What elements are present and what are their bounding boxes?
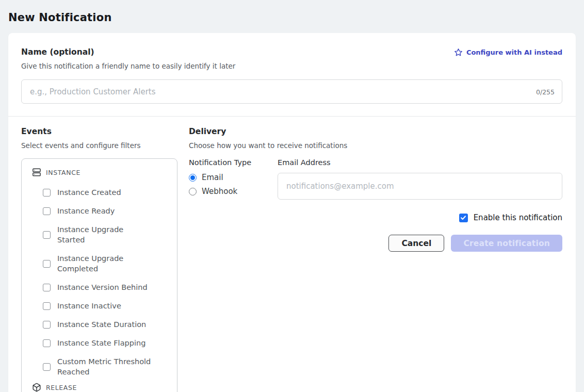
checkbox-icon[interactable] xyxy=(43,207,51,215)
radio-label: Email xyxy=(202,173,223,182)
event-group-header-instance: INSTANCE xyxy=(32,168,169,177)
new-notification-card: Name (optional) Configure with AI instea… xyxy=(8,33,576,392)
event-label: Instance Inactive xyxy=(57,301,121,311)
event-checkbox-row[interactable]: Instance Version Behind xyxy=(43,278,169,297)
email-input[interactable] xyxy=(278,173,562,199)
email-group: Email Address xyxy=(278,158,562,201)
name-input-wrap: 0/255 xyxy=(21,79,562,104)
star-icon xyxy=(454,48,463,57)
notification-type-option-webhook[interactable]: Webhook xyxy=(189,187,278,196)
name-section: Name (optional) Configure with AI instea… xyxy=(8,33,576,116)
email-input-wrap xyxy=(278,173,562,200)
event-label: Instance Upgrade Started xyxy=(57,224,153,245)
name-description: Give this notification a friendly name t… xyxy=(21,62,562,70)
radio-icon[interactable] xyxy=(189,174,197,182)
name-input[interactable] xyxy=(22,80,562,103)
notification-type-option-email[interactable]: Email xyxy=(189,173,278,182)
checkbox-icon[interactable] xyxy=(43,260,51,268)
event-label: Instance Created xyxy=(57,187,121,198)
char-counter: 0/255 xyxy=(536,88,555,95)
delivery-title: Delivery xyxy=(189,127,562,136)
enable-notification-toggle[interactable]: Enable this notification xyxy=(189,213,562,222)
event-group-header-release: RELEASE xyxy=(32,383,169,392)
page-title: New Notification xyxy=(0,0,584,33)
event-label: Instance Ready xyxy=(57,206,115,216)
event-label: Instance State Duration xyxy=(57,319,146,330)
notification-type-group: Notification Type EmailWebhook xyxy=(189,158,278,201)
event-label: Custom Metric Threshold Reached xyxy=(57,356,153,377)
email-address-label: Email Address xyxy=(278,158,562,167)
checkbox-icon[interactable] xyxy=(43,302,51,310)
enable-notification-label: Enable this notification xyxy=(474,213,562,222)
event-label: Instance Upgrade Completed xyxy=(57,253,153,274)
event-label: Instance Version Behind xyxy=(57,282,148,292)
event-checkbox-row[interactable]: Instance Upgrade Started xyxy=(43,220,169,249)
events-title: Events xyxy=(21,127,177,136)
radio-icon[interactable] xyxy=(189,188,197,195)
create-notification-button[interactable]: Create notification xyxy=(451,235,562,252)
package-icon xyxy=(32,383,41,392)
cancel-button[interactable]: Cancel xyxy=(388,235,444,252)
notification-type-label: Notification Type xyxy=(189,158,278,167)
server-icon xyxy=(32,168,41,177)
events-subtitle: Select events and configure filters xyxy=(21,141,177,150)
configure-with-ai-link[interactable]: Configure with AI instead xyxy=(454,48,562,57)
event-checkbox-row[interactable]: Instance State Flapping xyxy=(43,334,169,352)
radio-label: Webhook xyxy=(202,187,237,196)
event-checkbox-row[interactable]: Custom Metric Threshold Reached xyxy=(43,352,169,381)
checked-checkbox-icon[interactable] xyxy=(459,214,468,222)
checkbox-icon[interactable] xyxy=(43,321,51,329)
configure-with-ai-label: Configure with AI instead xyxy=(466,48,562,56)
checkbox-icon[interactable] xyxy=(43,231,51,239)
delivery-section: Delivery Choose how you want to receive … xyxy=(189,127,562,392)
event-group-label: RELEASE xyxy=(46,384,77,391)
event-group-label: INSTANCE xyxy=(46,169,80,176)
events-section: Events Select events and configure filte… xyxy=(21,127,177,392)
events-list: INSTANCEInstance CreatedInstance ReadyIn… xyxy=(21,158,177,392)
event-label: Instance State Flapping xyxy=(57,338,145,348)
event-checkbox-row[interactable]: Instance Created xyxy=(43,183,169,202)
name-label: Name (optional) xyxy=(21,47,94,57)
checkbox-icon[interactable] xyxy=(43,284,51,291)
event-checkbox-row[interactable]: Instance State Duration xyxy=(43,315,169,334)
delivery-subtitle: Choose how you want to receive notificat… xyxy=(189,141,562,150)
checkbox-icon[interactable] xyxy=(43,189,51,197)
event-checkbox-row[interactable]: Instance Inactive xyxy=(43,297,169,315)
checkbox-icon[interactable] xyxy=(43,363,51,371)
checkbox-icon[interactable] xyxy=(43,339,51,347)
event-checkbox-row[interactable]: Instance Upgrade Completed xyxy=(43,249,169,278)
event-checkbox-row[interactable]: Instance Ready xyxy=(43,202,169,220)
